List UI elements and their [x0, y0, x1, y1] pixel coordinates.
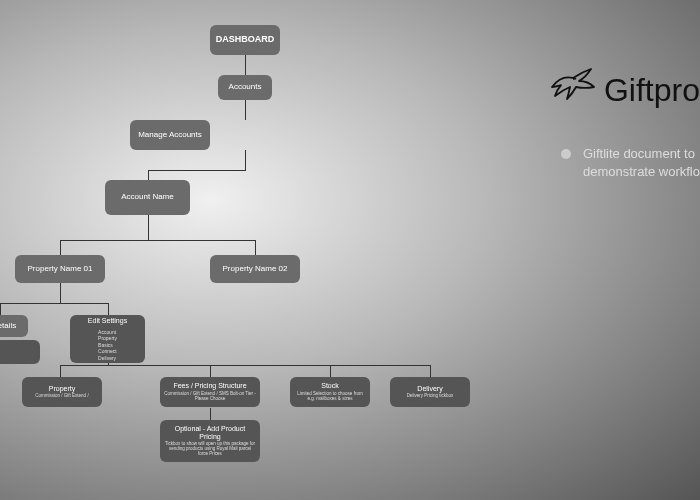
connector — [148, 170, 246, 171]
node-title: Stock — [321, 382, 339, 390]
connector — [0, 303, 108, 304]
logo-text: Giftpro — [604, 72, 700, 109]
connector — [330, 365, 331, 377]
node-account-name[interactable]: Account Name — [105, 180, 190, 215]
svg-point-0 — [573, 77, 575, 79]
red-label: ··· — [10, 349, 14, 355]
node-property-02[interactable]: Property Name 02 — [210, 255, 300, 283]
caption: Giftlite document to demonstrate workflo — [561, 145, 700, 181]
node-property-01[interactable]: Property Name 01 — [15, 255, 105, 283]
node-delivery[interactable]: Delivery Delivery Pricing tickbox — [390, 377, 470, 407]
node-sub: Limited Selection to choose from e.g. ma… — [294, 392, 366, 402]
connector — [430, 365, 431, 377]
node-property-box[interactable]: Property Commission / Gift Extend / — [22, 377, 102, 407]
node-title: Optional - Add Product Pricing — [164, 425, 256, 440]
connector — [108, 303, 109, 315]
node-title: Fees / Pricing Structure — [173, 382, 246, 390]
node-details-sub[interactable]: ··· — [0, 340, 40, 364]
connector — [245, 100, 246, 120]
bullet-icon — [561, 149, 571, 159]
node-sub: Commission / Gift Extend / SMS Bolt-on T… — [164, 392, 256, 402]
node-accounts[interactable]: Accounts — [218, 75, 272, 100]
node-edit-settings[interactable]: Edit Settings Account Property Basics Co… — [70, 315, 145, 363]
connector — [60, 283, 61, 303]
connector — [60, 240, 255, 241]
connector — [210, 365, 211, 377]
connector — [245, 55, 246, 75]
node-details[interactable]: Details — [0, 315, 28, 337]
node-label: Details — [0, 322, 16, 331]
connector — [0, 303, 1, 315]
node-optional-pricing[interactable]: Optional - Add Product Pricing Tickbox t… — [160, 420, 260, 462]
connector — [210, 408, 211, 420]
node-fees[interactable]: Fees / Pricing Structure Commission / Gi… — [160, 377, 260, 407]
connector — [60, 240, 61, 255]
connector — [60, 365, 61, 377]
node-label: Accounts — [229, 83, 262, 92]
node-stock[interactable]: Stock Limited Selection to choose from e… — [290, 377, 370, 407]
node-label: Property Name 02 — [223, 265, 288, 274]
settings-sublist: Account Property Basics Connect Delivery — [98, 329, 117, 362]
node-title: Delivery — [417, 385, 442, 393]
connector — [148, 170, 149, 180]
hummingbird-icon — [540, 60, 600, 120]
node-label: DASHBOARD — [216, 35, 275, 45]
node-sub: Commission / Gift Extend / — [35, 394, 88, 399]
connector — [245, 150, 246, 170]
node-label: Manage Accounts — [138, 131, 202, 140]
node-label: Account Name — [121, 193, 173, 202]
node-sub: Tickbox to show will open up this packag… — [164, 442, 256, 457]
connector — [148, 215, 149, 240]
node-title: Edit Settings — [88, 317, 127, 325]
node-manage-accounts[interactable]: Manage Accounts — [130, 120, 210, 150]
node-label: Property Name 01 — [28, 265, 93, 274]
brand-logo: Giftpro — [540, 60, 700, 120]
node-sub: Delivery Pricing tickbox — [407, 394, 454, 399]
node-dashboard[interactable]: DASHBOARD — [210, 25, 280, 55]
connector — [60, 365, 430, 366]
connector — [255, 240, 256, 255]
caption-text: Giftlite document to demonstrate workflo — [583, 145, 700, 181]
node-title: Property — [49, 385, 75, 393]
